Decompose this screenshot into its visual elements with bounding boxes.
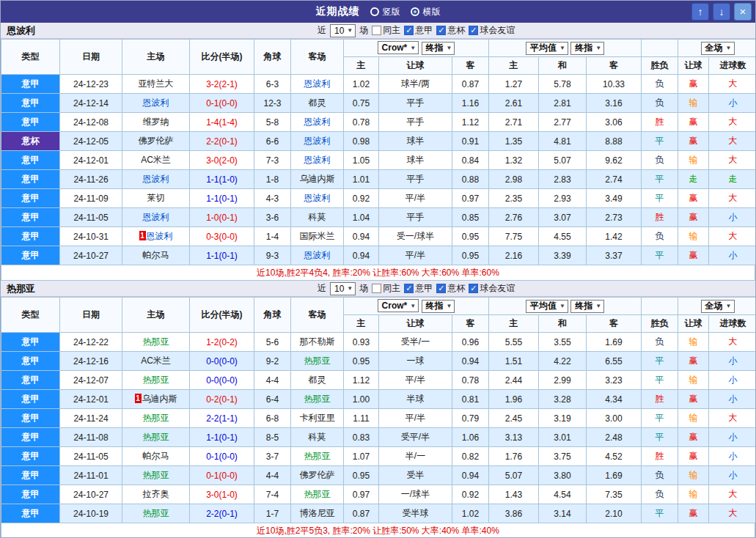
filter-club-friendly[interactable]: 球会友谊: [469, 24, 515, 37]
match-date: 24-11-05: [60, 447, 122, 466]
average-odds-time-select[interactable]: 终指: [570, 300, 604, 313]
team-link[interactable]: 热那亚: [143, 413, 169, 423]
filter-same-home[interactable]: 同主: [372, 282, 400, 295]
match-date: 24-12-22: [60, 333, 122, 352]
match-count-select[interactable]: 10: [330, 24, 356, 37]
team-link[interactable]: 帕尔马: [143, 451, 169, 461]
avg-home-odds: 2.44: [489, 371, 539, 390]
team-link[interactable]: 科莫: [309, 432, 326, 442]
team-link[interactable]: 热那亚: [304, 355, 331, 366]
team-link[interactable]: 亚特兰大: [139, 78, 174, 89]
match-date: 24-12-05: [60, 132, 122, 151]
team-link[interactable]: 都灵: [309, 97, 326, 108]
move-up-button[interactable]: ↑: [691, 3, 709, 21]
checkbox-checked-icon: [436, 284, 446, 293]
team-link[interactable]: AC米兰: [141, 355, 171, 366]
score: 0-0(0-0): [190, 352, 254, 371]
avg-draw-odds: 5.07: [539, 151, 587, 170]
team-link[interactable]: 热那亚: [304, 489, 331, 499]
corners: 9-3: [254, 246, 291, 265]
home-team: 佛罗伦萨: [122, 132, 190, 151]
team-link[interactable]: AC米兰: [141, 155, 171, 165]
team-link[interactable]: 佛罗伦萨: [300, 470, 335, 480]
avg-home-odds: 3.13: [489, 428, 539, 447]
home-team: 维罗纳: [122, 113, 190, 132]
match-row: 意甲24-12-16AC米兰0-0(0-0)9-2热那亚0.95一球0.941.…: [1, 352, 756, 371]
team-link[interactable]: 莱切: [147, 193, 165, 203]
away-team: 恩波利: [291, 132, 344, 151]
team-link[interactable]: 热那亚: [304, 394, 331, 404]
avg-draw-odds: 3.28: [539, 390, 587, 409]
team-link[interactable]: 热那亚: [143, 470, 169, 480]
team-link[interactable]: 科莫: [309, 212, 326, 222]
team-link[interactable]: 乌迪内斯: [300, 174, 335, 184]
team-link[interactable]: 热那亚: [143, 375, 169, 385]
win-lose-result: 负: [642, 227, 678, 246]
col-corners: 角球: [254, 40, 291, 75]
team-link[interactable]: 热那亚: [143, 336, 169, 347]
team-link[interactable]: 国际米兰: [300, 231, 335, 241]
match-count-select[interactable]: 10: [330, 282, 356, 295]
team-link[interactable]: 那不勒斯: [300, 336, 335, 347]
asian-home-odds: 1.11: [344, 409, 379, 428]
league-badge: 意甲: [1, 447, 60, 466]
team-link[interactable]: 恩波利: [304, 78, 331, 89]
asian-away-odds: 0.92: [452, 485, 489, 504]
goals-result: 小: [709, 371, 756, 390]
goals-result: 小: [709, 208, 756, 227]
filter-coppa-italia[interactable]: 意杯: [436, 24, 465, 37]
bookmaker-select[interactable]: Crow*: [378, 41, 419, 54]
radio-horizontal-layout[interactable]: 横版: [411, 6, 441, 18]
team-link[interactable]: 恩波利: [304, 117, 331, 127]
filter-coppa-italia[interactable]: 意杯: [436, 282, 465, 295]
team-link[interactable]: 恩波利: [304, 193, 331, 203]
avg-draw-odds: 3.19: [539, 409, 587, 428]
win-lose-result: 负: [642, 151, 678, 170]
average-select[interactable]: 平均值: [526, 300, 568, 313]
team-link[interactable]: 恩波利: [304, 136, 331, 146]
team-link[interactable]: 恩波利: [143, 212, 169, 222]
team-link[interactable]: 热那亚: [143, 508, 169, 518]
team-link[interactable]: 乌迪内斯: [142, 394, 177, 404]
team-link[interactable]: 恩波利: [147, 231, 173, 241]
team-link[interactable]: 卡利亚里: [300, 413, 335, 423]
team-link[interactable]: 热那亚: [143, 432, 169, 442]
home-team: AC米兰: [122, 352, 190, 371]
move-down-button[interactable]: ↓: [713, 3, 730, 21]
asian-handicap: 平/半: [379, 409, 452, 428]
radio-vertical-layout[interactable]: 竖版: [370, 6, 400, 18]
avg-home-odds: 5.55: [489, 333, 539, 352]
team-link[interactable]: 博洛尼亚: [300, 508, 335, 518]
home-team: 恩波利: [122, 94, 190, 113]
team-link[interactable]: 恩波利: [143, 174, 169, 184]
team-link[interactable]: 恩波利: [304, 155, 331, 165]
corners: 3-6: [254, 208, 291, 227]
asian-odds-time-select[interactable]: 终指: [422, 42, 455, 55]
close-button[interactable]: ×: [734, 3, 752, 21]
filter-serie-a[interactable]: 意甲: [404, 282, 433, 295]
average-odds-time-select[interactable]: 终指: [570, 42, 604, 55]
col-asian-home: 主: [344, 57, 379, 75]
team-link[interactable]: 恩波利: [304, 250, 331, 260]
team-link[interactable]: 恩波利: [143, 97, 169, 108]
col-goals-result: 进球数: [709, 315, 756, 333]
full-match-select[interactable]: 全场: [701, 42, 735, 55]
match-row: 意甲24-11-05恩波利1-0(0-1)3-6科莫1.04平手0.852.76…: [1, 208, 756, 227]
bookmaker-select[interactable]: Crow*: [378, 299, 419, 312]
average-select[interactable]: 平均值: [526, 42, 568, 55]
col-score: 比分(半场): [190, 40, 254, 75]
filter-club-friendly[interactable]: 球会友谊: [469, 282, 515, 295]
team-link[interactable]: 佛罗伦萨: [139, 136, 174, 146]
team-link[interactable]: 都灵: [309, 375, 326, 385]
team-link[interactable]: 拉齐奥: [143, 489, 169, 499]
asian-odds-time-select[interactable]: 终指: [422, 300, 455, 313]
away-team: 科莫: [291, 428, 344, 447]
team-link[interactable]: 帕尔马: [143, 250, 169, 260]
filter-same-home[interactable]: 同主: [372, 24, 400, 37]
goals-result: 小: [709, 94, 756, 113]
filter-serie-a[interactable]: 意甲: [404, 24, 433, 37]
checkbox-checked-icon: [469, 26, 478, 35]
team-link[interactable]: 热那亚: [304, 451, 331, 461]
team-link[interactable]: 维罗纳: [143, 117, 169, 127]
full-match-select[interactable]: 全场: [701, 300, 735, 313]
